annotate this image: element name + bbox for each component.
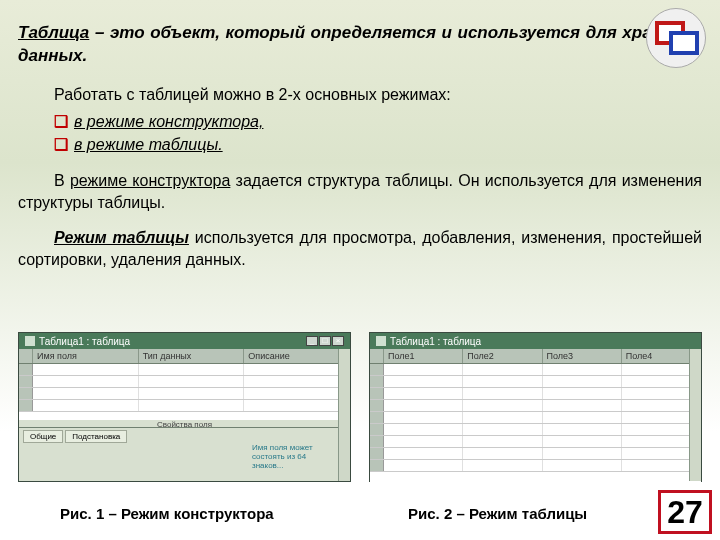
title-rest: – это объект, который определяется и исп… <box>18 23 702 65</box>
mode-item-1: ❑в режиме конструктора, <box>54 111 702 133</box>
modes-list: ❑в режиме конструктора, ❑в режиме таблиц… <box>0 109 720 160</box>
caption-1: Рис. 1 – Режим конструктора <box>60 505 274 522</box>
mode-item-2: ❑в режиме таблицы. <box>54 134 702 156</box>
p2-under: режиме конструктора <box>70 172 230 189</box>
tab-lookup[interactable]: Подстановка <box>65 430 127 443</box>
table-icon <box>25 336 35 346</box>
row-selector-header <box>370 349 384 363</box>
corner-logo <box>646 8 710 72</box>
win2-grid[interactable] <box>370 364 701 482</box>
tab-general[interactable]: Общие <box>23 430 63 443</box>
col-fieldname: Имя поля <box>33 349 139 363</box>
figure-1: Таблица1 : таблица _ □ × Имя поля Тип да… <box>18 332 351 482</box>
paragraph-tableview: Режим таблицы используется для просмотра… <box>0 217 720 274</box>
maximize-icon[interactable]: □ <box>319 336 331 346</box>
hint-text: Имя поля может состоять из 64 знаков... <box>252 444 332 470</box>
col-3: Поле3 <box>543 349 622 363</box>
win1-grid[interactable] <box>19 364 350 420</box>
datasheet-window: Таблица1 : таблица Поле1 Поле2 Поле3 Пол… <box>369 332 702 482</box>
win1-controls: _ □ × <box>306 336 344 346</box>
table-icon <box>376 336 386 346</box>
title-paragraph: Таблица – это объект, который определяет… <box>0 0 720 74</box>
bullet-icon: ❑ <box>54 113 68 130</box>
caption-2: Рис. 2 – Режим таблицы <box>408 505 587 522</box>
design-view-window: Таблица1 : таблица _ □ × Имя поля Тип да… <box>18 332 351 482</box>
bullet-icon: ❑ <box>54 136 68 153</box>
logo-disc <box>646 8 706 68</box>
p3-term: Режим таблицы <box>54 229 189 246</box>
col-description: Описание <box>244 349 350 363</box>
win1-columns: Имя поля Тип данных Описание <box>19 349 350 364</box>
intro-line: Работать с таблицей можно в 2-х основных… <box>0 74 720 110</box>
mode-1-text: в режиме конструктора, <box>74 113 263 130</box>
mode-2-text: в режиме таблицы. <box>74 136 223 153</box>
figure-2: Таблица1 : таблица Поле1 Поле2 Поле3 Пол… <box>369 332 702 482</box>
col-2: Поле2 <box>463 349 542 363</box>
col-datatype: Тип данных <box>139 349 245 363</box>
win2-columns: Поле1 Поле2 Поле3 Поле4 <box>370 349 701 364</box>
close-icon[interactable]: × <box>332 336 344 346</box>
p2-lead: В <box>54 172 70 189</box>
field-properties-pane: Общие Подстановка Имя поля может состоят… <box>19 427 338 481</box>
win1-title: Таблица1 : таблица <box>39 336 130 347</box>
logo-rect-blue <box>669 31 699 55</box>
page-number: 27 <box>658 490 712 534</box>
title-term: Таблица <box>18 23 89 42</box>
win2-titlebar: Таблица1 : таблица <box>370 333 701 349</box>
minimize-icon[interactable]: _ <box>306 336 318 346</box>
row-selector-header <box>19 349 33 363</box>
vertical-scrollbar[interactable] <box>689 349 701 481</box>
paragraph-constructor: В режиме конструктора задается структура… <box>0 160 720 217</box>
win1-titlebar: Таблица1 : таблица _ □ × <box>19 333 350 349</box>
col-1: Поле1 <box>384 349 463 363</box>
vertical-scrollbar[interactable] <box>338 349 350 481</box>
win2-title: Таблица1 : таблица <box>390 336 481 347</box>
